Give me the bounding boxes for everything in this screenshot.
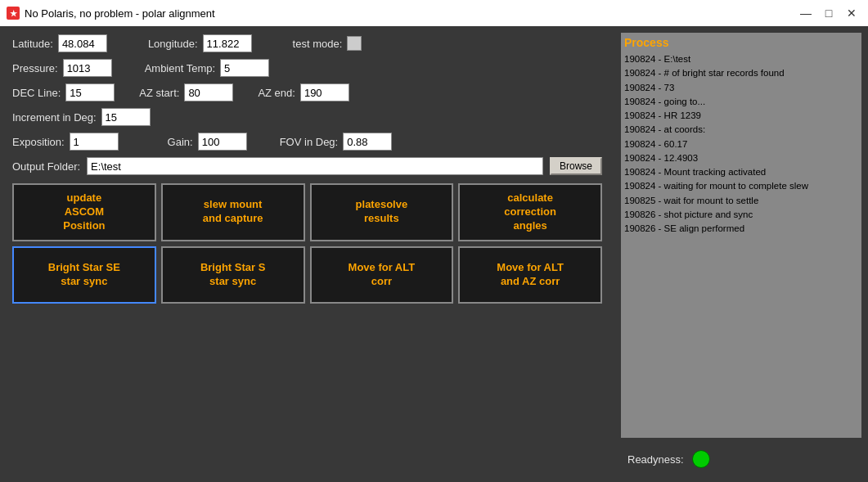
longitude-input[interactable]	[203, 34, 252, 52]
pressure-input[interactable]	[63, 59, 112, 77]
form-row-2: Pressure: Ambient Temp:	[12, 59, 602, 77]
action-buttons-row1: updateASCOMPosition slew mountand captur…	[12, 183, 602, 241]
output-folder-input[interactable]	[87, 157, 543, 175]
output-folder-row: Output Folder: Browse	[12, 157, 602, 175]
close-button[interactable]: ✕	[842, 3, 861, 23]
log-line: 190824 - # of bright star records found	[624, 66, 858, 80]
log-line: 190826 - shot picture and sync	[624, 208, 858, 222]
title-bar: ★ No Polaris, no problem - polar alignme…	[0, 0, 868, 26]
dec-line-group: DEC Line:	[12, 83, 115, 101]
platesolve-button[interactable]: platesolveresults	[310, 183, 454, 241]
readiness-row: Readyness:	[621, 443, 861, 475]
gain-group: Gain:	[168, 133, 247, 151]
exposition-input[interactable]	[70, 133, 119, 151]
gain-label: Gain:	[168, 136, 193, 148]
test-mode-label: test mode:	[293, 38, 343, 50]
process-log: 190824 - E:\test190824 - # of bright sta…	[624, 52, 858, 426]
fov-label: FOV in Deg:	[280, 136, 339, 148]
gain-input[interactable]	[198, 133, 247, 151]
update-ascom-button[interactable]: updateASCOMPosition	[12, 183, 156, 241]
calculate-correction-button[interactable]: calculatecorrectionangles	[458, 183, 602, 241]
browse-button[interactable]: Browse	[550, 157, 602, 175]
longitude-group: Longitude:	[148, 34, 252, 52]
test-mode-checkbox[interactable]	[347, 36, 362, 51]
main-content: Latitude: Longitude: test mode: Pressure…	[0, 26, 868, 482]
log-line: 190824 - waiting for mount to complete s…	[624, 179, 858, 193]
move-alt-az-corr-button[interactable]: Move for ALTand AZ corr	[458, 246, 602, 304]
maximize-button[interactable]: □	[819, 3, 839, 23]
readiness-indicator	[692, 450, 710, 468]
output-folder-label: Output Folder:	[12, 160, 80, 173]
form-row-5: Exposition: Gain: FOV in Deg:	[12, 133, 602, 151]
az-end-input[interactable]	[300, 83, 349, 101]
az-start-label: AZ start:	[139, 87, 179, 99]
exposition-label: Exposition:	[12, 136, 65, 148]
ambient-temp-group: Ambient Temp:	[145, 59, 269, 77]
window-controls: — □ ✕	[796, 3, 861, 23]
latitude-group: Latitude:	[12, 34, 107, 52]
move-alt-corr-button[interactable]: Move for ALTcorr	[310, 246, 454, 304]
process-title: Process	[624, 36, 858, 49]
log-line: 190824 - going to...	[624, 95, 858, 109]
minimize-button[interactable]: —	[796, 3, 816, 23]
right-panel: Process 190824 - E:\test190824 - # of br…	[614, 26, 868, 482]
fov-group: FOV in Deg:	[280, 133, 393, 151]
exposition-group: Exposition:	[12, 133, 119, 151]
fov-input[interactable]	[343, 133, 392, 151]
ambient-temp-input[interactable]	[220, 59, 269, 77]
az-start-group: AZ start:	[139, 83, 233, 101]
log-line: 190824 - 12.4903	[624, 151, 858, 165]
ambient-temp-label: Ambient Temp:	[145, 62, 215, 74]
dec-line-input[interactable]	[65, 83, 115, 101]
bright-star-se-button[interactable]: Bright Star SEstar sync	[12, 246, 156, 304]
az-start-input[interactable]	[184, 83, 233, 101]
left-panel: Latitude: Longitude: test mode: Pressure…	[0, 26, 614, 482]
az-end-label: AZ end:	[258, 87, 295, 99]
log-line: 190824 - 73	[624, 81, 858, 95]
window-title: No Polaris, no problem - polar alignment	[25, 7, 215, 20]
log-line: 190824 - E:\test	[624, 52, 858, 66]
log-line: 190826 - SE align performed	[624, 222, 858, 236]
latitude-input[interactable]	[58, 34, 107, 52]
increment-group: Increment in Deg:	[12, 108, 151, 126]
bright-star-s-button[interactable]: Bright Star Sstar sync	[161, 246, 305, 304]
log-line: 190824 - HR 1239	[624, 109, 858, 123]
log-line: 190824 - Mount tracking activated	[624, 165, 858, 179]
log-line: 190824 - at coords:	[624, 123, 858, 137]
dec-line-label: DEC Line:	[12, 87, 61, 99]
app-icon: ★	[7, 7, 20, 20]
increment-input[interactable]	[101, 108, 151, 126]
readiness-label: Readyness:	[627, 453, 684, 466]
slew-mount-button[interactable]: slew mountand capture	[161, 183, 305, 241]
pressure-label: Pressure:	[12, 62, 58, 74]
pressure-group: Pressure:	[12, 59, 112, 77]
latitude-label: Latitude:	[12, 38, 53, 50]
form-row-3: DEC Line: AZ start: AZ end:	[12, 83, 602, 101]
longitude-label: Longitude:	[148, 38, 198, 50]
test-mode-group: test mode:	[293, 36, 362, 51]
form-row-1: Latitude: Longitude: test mode:	[12, 34, 602, 52]
az-end-group: AZ end:	[258, 83, 349, 101]
increment-label: Increment in Deg:	[12, 111, 97, 124]
log-line: 190825 - wait for mount to settle	[624, 194, 858, 208]
form-row-4: Increment in Deg:	[12, 108, 602, 126]
log-line: 190824 - 60.17	[624, 137, 858, 151]
action-buttons-row2: Bright Star SEstar sync Bright Star Ssta…	[12, 246, 602, 304]
process-panel: Process 190824 - E:\test190824 - # of br…	[621, 33, 861, 438]
